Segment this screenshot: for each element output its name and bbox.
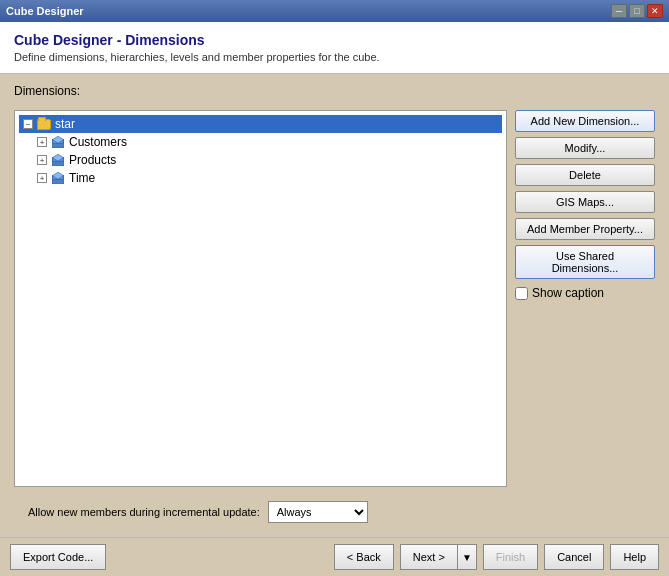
tree-label-time: Time	[69, 171, 95, 185]
main-window: Cube Designer - Dimensions Define dimens…	[0, 22, 669, 576]
title-bar: Cube Designer ─ □ ✕	[0, 0, 669, 22]
title-bar-controls: ─ □ ✕	[611, 4, 663, 18]
content-area: Dimensions: − star	[0, 74, 669, 537]
delete-button[interactable]: Delete	[515, 164, 655, 186]
minimize-button[interactable]: ─	[611, 4, 627, 18]
use-shared-dimensions-button[interactable]: Use Shared Dimensions...	[515, 245, 655, 279]
show-caption-row: Show caption	[515, 286, 655, 300]
tree-label-star: star	[55, 117, 75, 131]
next-group: Next > ▼	[400, 544, 477, 570]
next-dropdown-button[interactable]: ▼	[458, 544, 477, 570]
gis-maps-button[interactable]: GIS Maps...	[515, 191, 655, 213]
maximize-button[interactable]: □	[629, 4, 645, 18]
tree-expander-star[interactable]: −	[21, 117, 35, 131]
finish-button[interactable]: Finish	[483, 544, 538, 570]
tree-label-products: Products	[69, 153, 116, 167]
help-button[interactable]: Help	[610, 544, 659, 570]
tree-item-products[interactable]: + Products	[33, 151, 502, 169]
tree-expander-customers[interactable]: +	[35, 135, 49, 149]
tree-children: + Customers +	[33, 133, 502, 187]
incremental-update-select[interactable]: Always Never Ask	[268, 501, 368, 523]
dimensions-label: Dimensions:	[14, 84, 655, 98]
tree-item-customers[interactable]: + Customers	[33, 133, 502, 151]
dimension-icon-customers	[50, 134, 66, 150]
export-code-button[interactable]: Export Code...	[10, 544, 106, 570]
add-new-dimension-button[interactable]: Add New Dimension...	[515, 110, 655, 132]
tree-label-customers: Customers	[69, 135, 127, 149]
bottom-bar: Export Code... < Back Next > ▼ Finish Ca…	[0, 537, 669, 576]
buttons-panel: Add New Dimension... Modify... Delete GI…	[515, 110, 655, 487]
main-row: − star +	[14, 110, 655, 487]
next-button[interactable]: Next >	[400, 544, 458, 570]
bottom-right: < Back Next > ▼ Finish Cancel Help	[334, 544, 659, 570]
show-caption-checkbox[interactable]	[515, 287, 528, 300]
header-area: Cube Designer - Dimensions Define dimens…	[0, 22, 669, 74]
dimension-icon-time	[50, 170, 66, 186]
tree-expander-time[interactable]: +	[35, 171, 49, 185]
tree-item-star[interactable]: − star	[19, 115, 502, 133]
tree-panel[interactable]: − star +	[14, 110, 507, 487]
modify-button[interactable]: Modify...	[515, 137, 655, 159]
title-bar-text: Cube Designer	[6, 5, 84, 17]
tree-expander-products[interactable]: +	[35, 153, 49, 167]
show-caption-label: Show caption	[532, 286, 604, 300]
folder-icon-star	[36, 116, 52, 132]
header-title: Cube Designer - Dimensions	[14, 32, 655, 48]
header-subtitle: Define dimensions, hierarchies, levels a…	[14, 51, 655, 63]
add-member-property-button[interactable]: Add Member Property...	[515, 218, 655, 240]
back-group: < Back	[334, 544, 394, 570]
cancel-button[interactable]: Cancel	[544, 544, 604, 570]
tree-item-time[interactable]: + Time	[33, 169, 502, 187]
bottom-left: Export Code...	[10, 544, 106, 570]
back-button[interactable]: < Back	[334, 544, 394, 570]
close-button[interactable]: ✕	[647, 4, 663, 18]
footer-label: Allow new members during incremental upd…	[28, 506, 260, 518]
footer-area: Allow new members during incremental upd…	[14, 495, 655, 527]
dimension-icon-products	[50, 152, 66, 168]
